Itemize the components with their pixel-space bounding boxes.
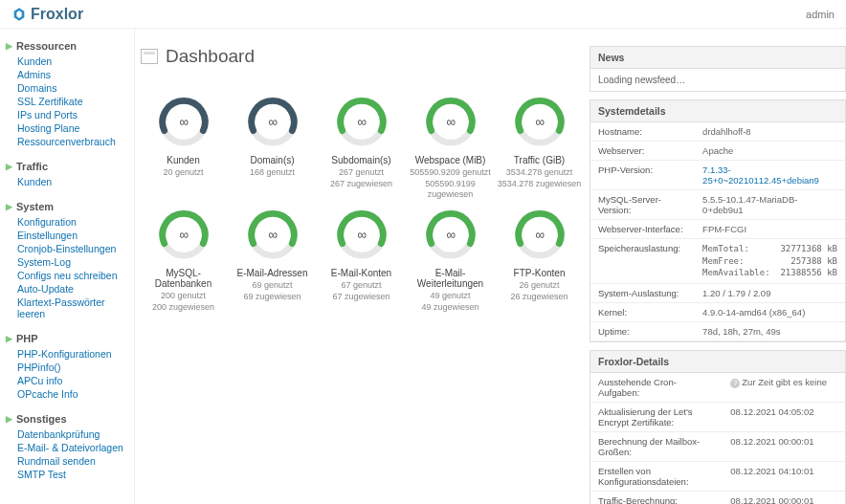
gauge-ring: ∞ bbox=[245, 94, 301, 149]
kv-key: MySQL-Server-Version: bbox=[590, 190, 695, 220]
sidebar-link[interactable]: Kunden bbox=[17, 176, 52, 187]
kv-row: MySQL-Server-Version:5.5.5-10.1.47-Maria… bbox=[590, 190, 845, 220]
sidebar-group: ▶SystemKonfigurationEinstellungenCronjob… bbox=[6, 201, 134, 319]
kv-value: FPM-FCGI bbox=[695, 220, 845, 239]
kv-value: MemTotal: 32771368 kB MemFree: 257388 kB… bbox=[695, 239, 845, 284]
froxlor-panel: Froxlor-Details Ausstehende Cron-Aufgabe… bbox=[590, 350, 846, 504]
sidebar-items: DatenbankprüfungE-Mail- & DateivorlagenR… bbox=[6, 428, 134, 480]
sidebar-item: Cronjob-Einstellungen bbox=[17, 243, 134, 254]
gauge-ring: ∞ bbox=[156, 207, 212, 262]
sidebar-link[interactable]: SMTP Test bbox=[17, 469, 66, 480]
sidebar-link[interactable]: Konfiguration bbox=[17, 216, 77, 228]
sidebar-link[interactable]: PHP-Konfigurationen bbox=[17, 348, 112, 360]
brand-logo[interactable]: Froxlor bbox=[11, 6, 83, 23]
gauge-email-addr: ∞E-Mail-Adressen69 genutzt69 zugewiesen bbox=[230, 207, 315, 313]
kv-key: Kernel: bbox=[590, 303, 695, 322]
sidebar-link[interactable]: Ressourcenverbrauch bbox=[17, 136, 116, 147]
sidebar-group: ▶PHPPHP-KonfigurationenPHPinfo()APCu inf… bbox=[6, 333, 134, 400]
sidebar-link[interactable]: Hosting Plane bbox=[17, 122, 79, 134]
sidebar-link[interactable]: Kunden bbox=[17, 55, 52, 67]
gauge-ring: ∞ bbox=[512, 207, 568, 262]
sidebar-group: ▶RessourcenKundenAdminsDomainsSSL Zertif… bbox=[6, 40, 134, 147]
kv-row: Aktualisierung der Let's Encrypt Zertifi… bbox=[590, 403, 845, 432]
sidebar-link[interactable]: Admins bbox=[17, 69, 51, 80]
gauge-assigned: 49 zugewiesen bbox=[408, 302, 493, 314]
admin-link[interactable]: admin bbox=[806, 9, 835, 20]
sidebar-link[interactable]: Rundmail senden bbox=[17, 455, 96, 467]
svg-text:∞: ∞ bbox=[268, 228, 278, 242]
sidebar-item: Auto-Update bbox=[17, 283, 134, 295]
sidebar-link[interactable]: PHPinfo() bbox=[17, 362, 61, 373]
link[interactable]: 7.1.33-25+0~20210112.45+debian9 bbox=[702, 164, 819, 186]
sidebar-link[interactable]: Configs neu schreiben bbox=[17, 270, 117, 281]
sidebar-items: PHP-KonfigurationenPHPinfo()APCu infoOPc… bbox=[6, 348, 134, 400]
dashboard-icon bbox=[141, 49, 158, 64]
kv-value: 08.12.2021 00:00:01 bbox=[723, 492, 845, 504]
sidebar-link[interactable]: APCu info bbox=[17, 375, 62, 386]
brand-text: Froxlor bbox=[31, 6, 83, 23]
gauge-label: Traffic (GiB) bbox=[497, 155, 582, 165]
chevron-right-icon: ▶ bbox=[6, 202, 12, 211]
gauge-ring: ∞ bbox=[334, 207, 390, 262]
sidebar-group-title[interactable]: ▶Ressourcen bbox=[6, 40, 134, 52]
sidebar-item: E-Mail- & Dateivorlagen bbox=[17, 442, 134, 453]
sidebar-item: System-Log bbox=[17, 256, 134, 268]
sidebar-link[interactable]: Einstellungen bbox=[17, 230, 78, 241]
sidebar-group-title[interactable]: ▶Sonstiges bbox=[6, 413, 134, 425]
gauge-used: 20 genutzt bbox=[141, 167, 226, 179]
sidebar-item: Domains bbox=[17, 82, 134, 94]
sidebar-link[interactable]: Cronjob-Einstellungen bbox=[17, 243, 116, 254]
kv-key: Ausstehende Cron-Aufgaben: bbox=[590, 373, 723, 403]
kv-row: Speicherauslastung:MemTotal: 32771368 kB… bbox=[590, 239, 845, 284]
kv-key: Aktualisierung der Let's Encrypt Zertifi… bbox=[590, 403, 723, 432]
sidebar-item: Admins bbox=[17, 69, 134, 80]
sidebar-link[interactable]: E-Mail- & Dateivorlagen bbox=[17, 442, 123, 453]
gauge-label: Kunden bbox=[141, 155, 226, 165]
gauge-assigned: 3534.278 zugewiesen bbox=[497, 179, 582, 190]
kv-key: Erstellen von Konfigurationsdateien: bbox=[590, 462, 723, 492]
sidebar-link[interactable]: System-Log bbox=[17, 256, 71, 268]
gauge-used: 168 genutzt bbox=[230, 167, 315, 179]
svg-text:∞: ∞ bbox=[446, 228, 456, 242]
sidebar-link[interactable]: Datenbankprüfung bbox=[17, 428, 100, 440]
kv-row: Ausstehende Cron-Aufgaben:?Zur Zeit gibt… bbox=[590, 373, 845, 403]
kv-key: Uptime: bbox=[590, 322, 695, 341]
kv-value: 78d, 18h, 27m, 49s bbox=[695, 322, 845, 341]
chevron-right-icon: ▶ bbox=[6, 334, 12, 343]
gauge-used: 26 genutzt bbox=[497, 280, 582, 292]
sidebar-group-title[interactable]: ▶PHP bbox=[6, 333, 134, 344]
gauge-assigned: 69 zugewiesen bbox=[230, 292, 315, 303]
svg-text:∞: ∞ bbox=[357, 228, 367, 242]
gauge-ring: ∞ bbox=[512, 94, 568, 149]
sidebar-link[interactable]: Domains bbox=[17, 82, 56, 94]
sysdetails-panel: Systemdetails Hostname:drdahlhoff-8Webse… bbox=[590, 99, 846, 342]
froxlor-table: Ausstehende Cron-Aufgaben:?Zur Zeit gibt… bbox=[590, 373, 845, 504]
gauge-label: MySQL-Datenbanken bbox=[141, 268, 226, 289]
sidebar-group: ▶SonstigesDatenbankprüfungE-Mail- & Date… bbox=[6, 413, 134, 480]
kv-key: Hostname: bbox=[590, 122, 695, 142]
sidebar-item: OPcache Info bbox=[17, 388, 134, 400]
sidebar-link[interactable]: Klartext-Passwörter leeren bbox=[17, 296, 105, 319]
sidebar-link[interactable]: Auto-Update bbox=[17, 283, 74, 295]
gauge-used: 3534.278 genutzt bbox=[497, 167, 582, 179]
sidebar: ▶RessourcenKundenAdminsDomainsSSL Zertif… bbox=[0, 29, 134, 504]
gauge-used: 200 genutzt bbox=[141, 291, 226, 302]
sidebar-item: SSL Zertifikate bbox=[17, 96, 134, 107]
sidebar-link[interactable]: IPs und Ports bbox=[17, 109, 78, 121]
kv-key: PHP-Version: bbox=[590, 161, 695, 190]
page-title: Dashboard bbox=[141, 46, 582, 67]
sidebar-item: APCu info bbox=[17, 375, 134, 386]
sidebar-link[interactable]: OPcache Info bbox=[17, 388, 78, 400]
kv-row: Erstellen von Konfigurationsdateien:08.1… bbox=[590, 462, 845, 492]
sidebar-group-title[interactable]: ▶System bbox=[6, 201, 134, 212]
gauge-label: Webspace (MiB) bbox=[408, 155, 493, 165]
gauge-ftp: ∞FTP-Konten26 genutzt26 zugewiesen bbox=[497, 207, 582, 313]
sidebar-group-title[interactable]: ▶Traffic bbox=[6, 161, 134, 172]
sidebar-link[interactable]: SSL Zertifikate bbox=[17, 96, 82, 107]
sidebar-items: Kunden bbox=[6, 176, 134, 187]
gauge-used: 267 genutzt bbox=[319, 167, 404, 179]
sidebar-item: Ressourcenverbrauch bbox=[17, 136, 134, 147]
svg-text:∞: ∞ bbox=[179, 115, 189, 129]
help-icon[interactable]: ? bbox=[730, 379, 740, 388]
sidebar-item: SMTP Test bbox=[17, 469, 134, 480]
